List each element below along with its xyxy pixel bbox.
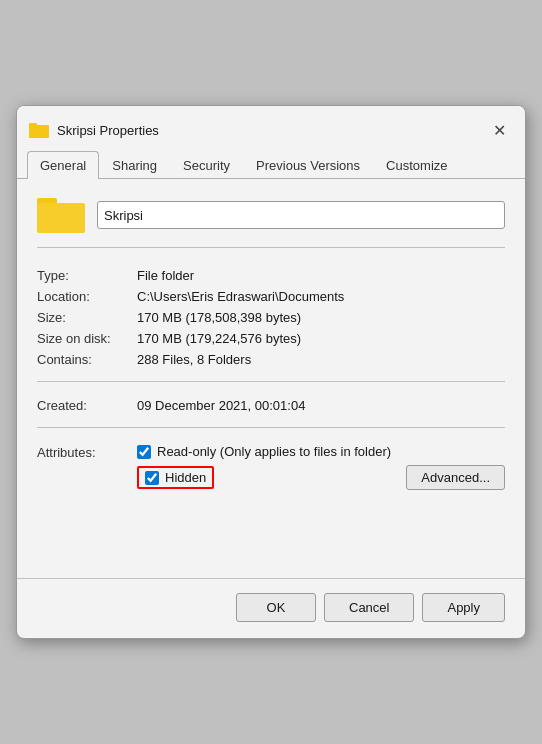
folder-icon: [37, 195, 85, 235]
hidden-highlight: Hidden: [137, 466, 214, 489]
contains-label: Contains:: [37, 352, 137, 367]
info-section-main: Type: File folder Location: C:\Users\Eri…: [37, 260, 505, 382]
size-value: 170 MB (178,508,398 bytes): [137, 310, 301, 325]
size-label: Size:: [37, 310, 137, 325]
close-button[interactable]: ✕: [485, 116, 513, 144]
content-area: Type: File folder Location: C:\Users\Eri…: [17, 179, 525, 518]
created-row: Created: 09 December 2021, 00:01:04: [37, 398, 505, 413]
title-folder-icon: [29, 120, 49, 140]
tabs-bar: General Sharing Security Previous Versio…: [17, 150, 525, 179]
attributes-section: Attributes: Read-only (Only applies to f…: [37, 436, 505, 502]
folder-name-input[interactable]: [97, 201, 505, 229]
title-bar: Skripsi Properties ✕: [17, 106, 525, 150]
svg-rect-4: [37, 203, 85, 233]
info-section-created: Created: 09 December 2021, 00:01:04: [37, 390, 505, 428]
folder-header: [37, 195, 505, 248]
tab-customize[interactable]: Customize: [373, 151, 460, 179]
location-label: Location:: [37, 289, 137, 304]
attributes-label: Attributes:: [37, 444, 137, 460]
type-value: File folder: [137, 268, 194, 283]
created-value: 09 December 2021, 00:01:04: [137, 398, 305, 413]
footer: OK Cancel Apply: [17, 578, 525, 638]
readonly-label[interactable]: Read-only (Only applies to files in fold…: [157, 444, 391, 459]
advanced-button[interactable]: Advanced...: [406, 465, 505, 490]
tab-security[interactable]: Security: [170, 151, 243, 179]
dialog-title: Skripsi Properties: [57, 123, 485, 138]
cancel-button[interactable]: Cancel: [324, 593, 414, 622]
apply-button[interactable]: Apply: [422, 593, 505, 622]
properties-dialog: Skripsi Properties ✕ General Sharing Sec…: [16, 105, 526, 639]
attributes-row: Attributes: Read-only (Only applies to f…: [37, 444, 505, 490]
size-on-disk-row: Size on disk: 170 MB (179,224,576 bytes): [37, 331, 505, 346]
size-on-disk-value: 170 MB (179,224,576 bytes): [137, 331, 301, 346]
size-on-disk-label: Size on disk:: [37, 331, 137, 346]
readonly-row: Read-only (Only applies to files in fold…: [137, 444, 505, 459]
ok-button[interactable]: OK: [236, 593, 316, 622]
tab-previous-versions[interactable]: Previous Versions: [243, 151, 373, 179]
created-label: Created:: [37, 398, 137, 413]
type-row: Type: File folder: [37, 268, 505, 283]
hidden-checkbox[interactable]: [145, 471, 159, 485]
tab-general[interactable]: General: [27, 151, 99, 179]
tab-sharing[interactable]: Sharing: [99, 151, 170, 179]
attributes-controls: Read-only (Only applies to files in fold…: [137, 444, 505, 490]
readonly-checkbox[interactable]: [137, 445, 151, 459]
location-row: Location: C:\Users\Eris Edraswari\Docume…: [37, 289, 505, 304]
size-row: Size: 170 MB (178,508,398 bytes): [37, 310, 505, 325]
location-value: C:\Users\Eris Edraswari\Documents: [137, 289, 344, 304]
contains-value: 288 Files, 8 Folders: [137, 352, 251, 367]
svg-rect-1: [29, 123, 37, 127]
hidden-label[interactable]: Hidden: [165, 470, 206, 485]
type-label: Type:: [37, 268, 137, 283]
contains-row: Contains: 288 Files, 8 Folders: [37, 352, 505, 367]
